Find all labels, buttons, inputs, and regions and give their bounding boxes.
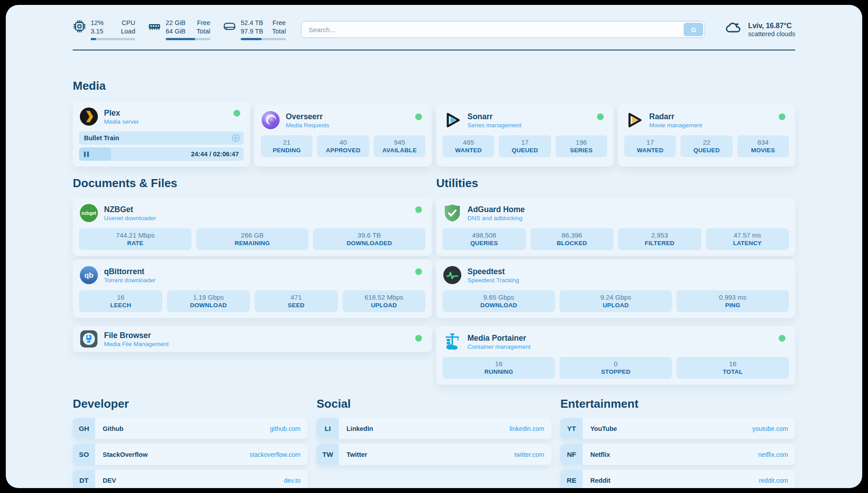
app-card-overseerr[interactable]: Overseerr Media Requests 21 PENDING 40 A…	[255, 104, 432, 167]
stat-value: 21	[263, 138, 311, 146]
portainer-icon	[442, 332, 462, 351]
search-provider-button[interactable]: G	[684, 23, 703, 36]
bookmark-twitter[interactable]: TW Twitter twitter.com	[317, 444, 551, 465]
bookmark-url: netflix.com	[758, 444, 788, 465]
app-card-plex[interactable]: Plex Media server Bullet Train	[73, 101, 250, 167]
status-dot	[415, 113, 422, 120]
stat-value: 39.6 TB	[315, 231, 424, 239]
weather-condition: scattered clouds	[748, 30, 795, 38]
stat-label: PING	[678, 302, 787, 309]
app-subtitle: Media Requests	[286, 122, 330, 129]
app-title: Sonarr	[467, 112, 522, 121]
stat-value: 744.21 Mbps	[81, 231, 190, 239]
playback-progress[interactable]: 24:44 / 02:06:47	[79, 147, 244, 161]
overseerr-icon	[261, 110, 280, 130]
app-card-filebrowser[interactable]: File Browser Media File Management	[73, 326, 432, 352]
disk-icon	[223, 20, 236, 33]
disk-progress-bar	[241, 38, 286, 40]
stat-label: SERIES	[557, 147, 605, 154]
search-bar: G	[301, 21, 705, 38]
stat-label: STOPPED	[561, 368, 670, 375]
stat-label: QUEUED	[682, 147, 730, 154]
stat-pill: 498,508 QUERIES	[442, 228, 526, 250]
stat-value: 16	[81, 293, 161, 301]
stat-label: UPLOAD	[561, 302, 670, 309]
bookmark-badge: LI	[317, 418, 339, 439]
bookmark-dev[interactable]: DT DEV dev.to	[73, 470, 308, 488]
stat-label: WANTED	[626, 147, 674, 154]
playback-time: 24:44 / 02:06:47	[191, 150, 239, 158]
app-card-radarr[interactable]: Radarr Movie management 17 WANTED 22 QUE…	[618, 104, 795, 167]
stat-pill: 16 RUNNING	[442, 357, 555, 379]
stat-pill: 485 WANTED	[442, 135, 494, 157]
app-title: Speedtest	[467, 267, 519, 276]
stat-pill: 39.6 TB DOWNLOADED	[313, 228, 426, 250]
bookmark-badge: DT	[73, 470, 95, 488]
memory-icon	[148, 20, 161, 33]
stat-label: SEED	[256, 302, 336, 309]
cpu-stat: 12% 3.15 CPU Load	[73, 19, 135, 40]
stat-pill: 744.21 Mbps RATE	[79, 228, 192, 250]
bookmark-name: YouTube	[590, 418, 617, 439]
stat-label: LATENCY	[708, 240, 788, 246]
bookmark-github[interactable]: GH Github github.com	[73, 418, 308, 439]
now-playing-widget: Bullet Train 24:44 / 02:06:47	[79, 131, 244, 161]
bookmark-badge: YT	[560, 418, 583, 439]
stat-label: UPLOAD	[344, 302, 424, 309]
cpu-load-label: Load	[121, 27, 135, 36]
bookmark-youtube[interactable]: YT YouTube youtube.com	[560, 418, 795, 439]
radarr-icon	[624, 110, 644, 130]
stat-pill: 9.65 Gbps DOWNLOAD	[442, 290, 555, 312]
stat-value: 196	[557, 138, 605, 146]
stat-value: 618.52 Mbps	[344, 293, 424, 301]
dashboard-panel: 12% 3.15 CPU Load	[6, 5, 862, 488]
app-title: AdGuard Home	[467, 205, 525, 214]
stat-value: 9.65 Gbps	[444, 293, 553, 301]
stat-label: MOVIES	[739, 147, 787, 154]
app-card-portainer[interactable]: Media Portainer Container management 16 …	[436, 326, 795, 384]
stat-pill: 21 PENDING	[261, 135, 313, 157]
stat-label: QUERIES	[444, 240, 524, 246]
app-title: Radarr	[649, 112, 702, 121]
disk-free-value: 52.4 TB	[241, 19, 263, 27]
bookmark-url: reddit.com	[759, 470, 788, 488]
hardware-stats: 12% 3.15 CPU Load	[73, 19, 286, 40]
app-card-speedtest[interactable]: Speedtest Speedtest Tracking 9.65 Gbps D…	[436, 259, 795, 318]
stat-pill: 0.993 ms PING	[676, 290, 789, 312]
now-playing-info-icon[interactable]	[232, 134, 240, 142]
pause-icon[interactable]	[84, 151, 89, 157]
bookmark-url: twitter.com	[514, 444, 544, 465]
status-dot	[779, 113, 785, 120]
search-input[interactable]	[301, 21, 705, 38]
stat-label: AVAILABLE	[376, 147, 424, 154]
status-dot	[415, 335, 422, 342]
bookmark-reddit[interactable]: RE Reddit reddit.com	[560, 470, 795, 488]
bookmark-linkedin[interactable]: LI LinkedIn linkedin.com	[317, 418, 551, 439]
app-title: Media Portainer	[467, 334, 530, 343]
app-card-sonarr[interactable]: Sonarr Series management 485 WANTED 17 Q…	[436, 104, 613, 167]
cloud-icon	[725, 22, 743, 37]
memory-stat: 22 GiB 64 GiB Free Total	[148, 19, 210, 40]
stat-pill: 1.19 Gbps DOWNLOAD	[167, 290, 250, 312]
app-subtitle: Series management	[467, 122, 522, 129]
stat-value: 0	[561, 360, 670, 368]
weather-widget[interactable]: Lviv, 16.87°C scattered clouds	[725, 21, 795, 38]
stat-pill: 9.24 Gbps UPLOAD	[559, 290, 672, 312]
app-subtitle: DNS and adblocking	[467, 215, 525, 221]
bookmark-stackoverflow[interactable]: SO StackOverflow stackoverflow.com	[73, 444, 308, 465]
stat-value: 834	[739, 138, 787, 146]
stat-pill: 266 GB REMAINING	[196, 228, 309, 250]
stat-value: 86,396	[532, 231, 612, 239]
status-dot	[415, 206, 422, 213]
stat-label: DOWNLOAD	[169, 302, 249, 309]
top-bar: 12% 3.15 CPU Load	[73, 18, 795, 41]
svg-text:nzbget: nzbget	[81, 211, 96, 216]
stat-pill: 471 SEED	[255, 290, 338, 312]
section-social: Social LI LinkedIn linkedin.com TW Twitt…	[317, 397, 551, 488]
bookmark-netflix[interactable]: NF Netflix netflix.com	[560, 444, 795, 465]
app-card-adguard[interactable]: AdGuard Home DNS and adblocking 498,508 …	[436, 197, 795, 256]
adguard-icon	[442, 203, 462, 223]
app-card-qbittorrent[interactable]: qb qBittorrent Torrent downloader 16 LEE…	[73, 259, 432, 318]
app-card-nzbget[interactable]: nzbget NZBGet Usenet downloader 744.21 M…	[73, 197, 432, 256]
bookmark-name: Netflix	[590, 444, 610, 465]
